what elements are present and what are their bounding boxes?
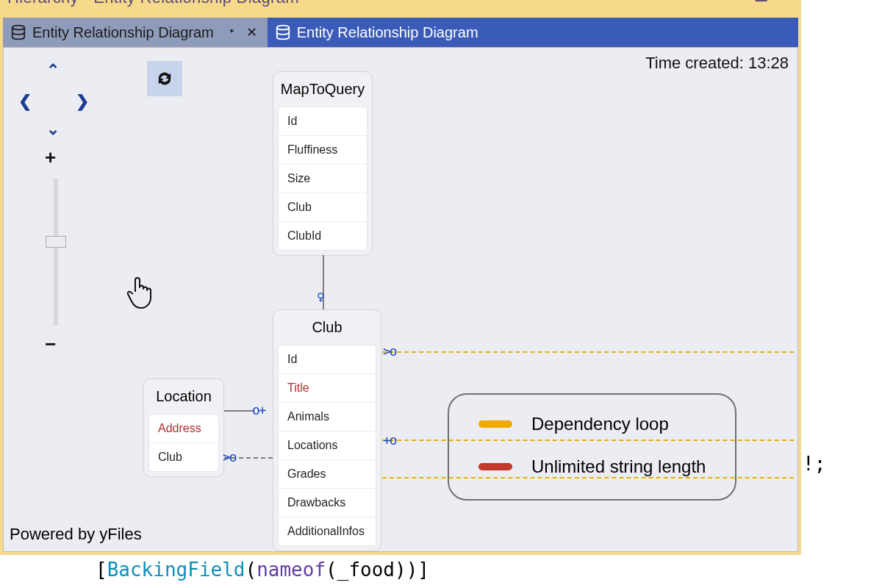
pan-right-button[interactable]: ❯ (76, 92, 89, 111)
crows-foot-icon: ♀ (317, 289, 323, 304)
entity-field[interactable]: Size (279, 164, 367, 193)
legend-swatch-icon (478, 463, 512, 470)
crows-foot-icon: o+ (252, 402, 265, 417)
svg-rect-1 (230, 30, 234, 32)
crows-foot-icon: >o (223, 449, 236, 465)
entity-field[interactable]: Fluffiness (279, 135, 367, 164)
powered-by-label: Powered by yFiles (10, 525, 142, 544)
pin-icon[interactable] (220, 25, 237, 40)
relation-line (382, 351, 794, 353)
entity-field[interactable]: Club (279, 193, 367, 221)
pan-down-button[interactable]: ⌄ (46, 120, 60, 139)
database-icon (275, 24, 291, 40)
zoom-out-button[interactable]: − (45, 333, 56, 356)
hand-cursor-icon (125, 274, 154, 312)
entity-title: Club (273, 310, 381, 345)
tool-window: Hierarchy - Entity Relationship Diagram … (0, 0, 801, 555)
window-title: Hierarchy - Entity Relationship Diagram (0, 0, 306, 7)
entity-field[interactable]: Address (149, 415, 218, 442)
legend-swatch-icon (478, 420, 512, 428)
tab-erd-active[interactable]: Entity Relationship Diagram ✕ (3, 18, 268, 47)
time-created-label: Time created: 13:28 (645, 54, 789, 73)
entity-field[interactable]: Locations (279, 431, 376, 459)
legend-label: Dependency loop (531, 414, 669, 434)
entity-club[interactable]: Club Id Title Animals Locations Grades D… (273, 309, 381, 551)
entity-field[interactable]: Club (149, 442, 218, 471)
entity-field[interactable]: Id (279, 345, 376, 373)
svg-point-0 (12, 26, 25, 30)
legend-item-dependency-loop: Dependency loop (478, 414, 706, 434)
entity-field[interactable]: Drawbacks (279, 488, 376, 517)
crows-foot-icon: +o (383, 432, 396, 448)
entity-fields: Id Title Animals Locations Grades Drawba… (278, 345, 376, 546)
code-fragment-trailing: !; (803, 453, 825, 475)
crows-foot-icon: >o (383, 343, 396, 359)
pan-left-button[interactable]: ❮ (18, 92, 32, 111)
entity-field[interactable]: Animals (279, 402, 376, 431)
zoom-in-button[interactable]: + (45, 146, 56, 169)
entity-fields: Id Fluffiness Size Club ClubId (278, 107, 368, 251)
tab-bar: Entity Relationship Diagram ✕ Entity Rel… (3, 18, 798, 47)
entity-title: MapToQuery (273, 72, 372, 107)
refresh-button[interactable] (147, 61, 182, 96)
entity-title: Location (144, 379, 223, 414)
entity-field[interactable]: Title (279, 373, 376, 402)
minimize-icon[interactable]: ▁ (756, 0, 767, 1)
refresh-icon (154, 68, 175, 89)
legend-label: Unlimited string length (531, 456, 706, 477)
entity-map-to-query[interactable]: MapToQuery Id Fluffiness Size Club ClubI… (273, 71, 373, 256)
entity-field[interactable]: ClubId (279, 221, 367, 250)
pan-up-button[interactable]: ⌃ (46, 61, 60, 80)
svg-point-2 (277, 26, 290, 30)
diagram-canvas[interactable]: Time created: 13:28 ⌃ ❮ ❯ ⌄ + − Powered … (3, 47, 798, 552)
zoom-slider[interactable] (54, 179, 58, 326)
close-icon[interactable]: ✕ (783, 0, 795, 1)
entity-field[interactable]: Grades (279, 459, 376, 488)
code-fragment: [BackingField(nameof(_food))] (96, 559, 429, 581)
tab-erd-inactive[interactable]: Entity Relationship Diagram (268, 18, 486, 47)
relation-line (224, 410, 254, 412)
tab-close-icon[interactable]: ✕ (243, 24, 260, 40)
tab-label: Entity Relationship Diagram (32, 24, 214, 41)
legend-item-unlimited-string: Unlimited string length (478, 456, 706, 477)
window-controls: ▁ ✕ (756, 0, 795, 1)
entity-field[interactable]: AdditionalInfos (279, 517, 376, 545)
database-icon (10, 24, 26, 40)
legend: Dependency loop Unlimited string length (448, 393, 736, 501)
tab-label: Entity Relationship Diagram (297, 24, 478, 41)
entity-field[interactable]: Id (279, 107, 367, 135)
entity-fields: Address Club (148, 414, 219, 472)
zoom-slider-thumb[interactable] (46, 236, 66, 248)
entity-location[interactable]: Location Address Club (143, 379, 224, 477)
